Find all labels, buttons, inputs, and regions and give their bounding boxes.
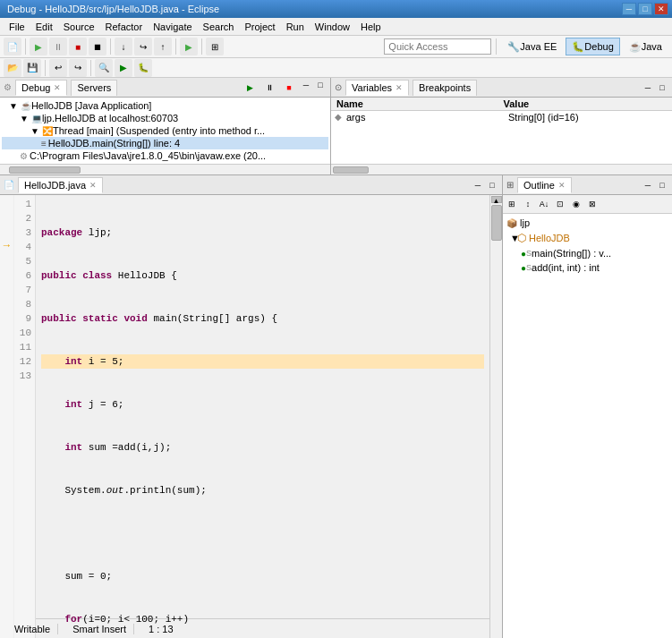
outline-toolbar: ⊞ ↕ A↓ ⊡ ◉ ⊠ <box>503 195 672 214</box>
code-line-3: public static void main(String[] args) { <box>41 311 484 326</box>
undo-button[interactable]: ↩ <box>49 59 67 77</box>
code-line-4: int i = 5; <box>41 354 484 369</box>
open-file-button[interactable]: 📂 <box>4 59 21 77</box>
open-perspective-button[interactable]: ⊞ <box>206 38 224 55</box>
debug-perspective[interactable]: 🐛 Debug <box>566 38 619 55</box>
toolbar-separator-1 <box>25 38 26 55</box>
minimize-debug-btn[interactable]: ─ <box>300 79 312 91</box>
minimize-outline-btn[interactable]: ─ <box>642 179 654 191</box>
java-perspective[interactable]: ☕ Java <box>623 38 668 55</box>
tree-item-jvm: ⚙ C:\Program Files\Java\jre1.8.0_45\bin\… <box>2 149 328 162</box>
menu-project[interactable]: Project <box>239 20 280 34</box>
resume-button[interactable]: ▶ <box>180 38 198 55</box>
close-button[interactable]: ✕ <box>654 3 668 15</box>
process-expand-icon: ▼ <box>20 114 29 123</box>
suspend-button[interactable]: ⏸ <box>49 38 67 55</box>
debug-run-button[interactable]: ▶ <box>30 38 47 55</box>
menu-help[interactable]: Help <box>355 20 387 34</box>
outline-package: 📦 ljp <box>505 216 670 230</box>
editor-tab-close[interactable]: ✕ <box>89 181 97 190</box>
menu-run[interactable]: Run <box>281 20 310 34</box>
redo-button[interactable]: ↪ <box>69 59 87 77</box>
disconnect-button[interactable]: ⏹ <box>89 38 106 55</box>
outline-btn-5[interactable]: ◉ <box>569 197 583 211</box>
terminate-debug-btn[interactable]: ■ <box>280 79 298 97</box>
editor-vscroll-thumb[interactable] <box>491 205 502 241</box>
editor-vscroll[interactable]: ▲ <box>489 195 502 638</box>
outline-tab[interactable]: Outline ✕ <box>517 177 572 193</box>
outline-class[interactable]: ▼ ⬡ HelloJDB <box>505 230 670 246</box>
outline-method-add[interactable]: ● S add(int, int) : int <box>505 260 670 275</box>
menu-search[interactable]: Search <box>198 20 240 34</box>
tree-item-stackframe[interactable]: ≡ HelloJDB.main(String[]) line: 4 <box>2 137 328 149</box>
quick-access-input[interactable] <box>384 38 491 55</box>
app-icon: ☕ <box>21 101 31 111</box>
maximize-debug-btn[interactable]: □ <box>314 79 327 91</box>
gutter-line-8 <box>0 295 13 310</box>
code-area[interactable]: package ljp; public class HelloJDB { pub… <box>36 195 489 638</box>
thread-icon: 🔀 <box>42 126 53 136</box>
debug-view-header: ⚙ Debug ✕ Servers ▶ ⏸ ■ ─ □ <box>0 78 330 98</box>
debug-button[interactable]: 🐛 <box>134 59 152 77</box>
debug-tab-close[interactable]: ✕ <box>54 83 61 92</box>
outline-btn-3[interactable]: A↓ <box>537 197 551 211</box>
menu-file[interactable]: File <box>4 20 30 34</box>
maximize-editor-btn[interactable]: □ <box>486 179 498 191</box>
line-num-1: 1 <box>18 197 31 211</box>
gutter-line-2 <box>0 209 13 224</box>
outline-btn-2[interactable]: ↕ <box>521 197 535 211</box>
maximize-outline-btn[interactable]: □ <box>656 179 668 191</box>
menu-refactor[interactable]: Refactor <box>100 20 149 34</box>
menu-source[interactable]: Source <box>58 20 100 34</box>
toolbar-separator-3 <box>175 38 176 55</box>
variables-column-headers: Name Value <box>331 98 672 111</box>
stackframe-icon: ≡ <box>41 139 47 149</box>
breakpoints-tab[interactable]: Breakpoints <box>413 80 477 96</box>
terminate-button[interactable]: ■ <box>69 38 87 55</box>
minimize-editor-btn[interactable]: ─ <box>472 179 484 191</box>
search-button[interactable]: 🔍 <box>95 59 113 77</box>
outline-btn-6[interactable]: ⊠ <box>585 197 600 211</box>
line-num-13: 13 <box>18 369 31 383</box>
editor-vscroll-up[interactable]: ▲ <box>491 196 502 203</box>
step-over-button[interactable]: ↪ <box>134 38 152 55</box>
debug-hscroll[interactable] <box>0 164 330 174</box>
line-num-3: 3 <box>18 225 31 240</box>
run-button[interactable]: ▶ <box>115 59 132 77</box>
suspend-debug-btn[interactable]: ⏸ <box>260 79 278 97</box>
servers-tab[interactable]: Servers <box>71 80 117 96</box>
toolbar-separator-5 <box>496 38 497 55</box>
java-ee-perspective[interactable]: 🔧 Java EE <box>501 38 563 55</box>
editor-content: → 1 2 3 4 5 <box>0 195 502 638</box>
outline-btn-1[interactable]: ⊞ <box>505 197 519 211</box>
menu-edit[interactable]: Edit <box>30 20 58 34</box>
minimize-button[interactable]: ─ <box>622 3 636 15</box>
status-writable: Writable <box>7 624 58 634</box>
variables-hscroll[interactable] <box>331 164 672 174</box>
menu-navigate[interactable]: Navigate <box>148 20 197 34</box>
process-icon: 💻 <box>31 114 42 123</box>
step-into-button[interactable]: ↓ <box>115 38 132 55</box>
resume-debug-btn[interactable]: ▶ <box>241 79 259 97</box>
expand-icon: ▼ <box>9 101 18 111</box>
gutter-line-11 <box>0 338 13 353</box>
new-button[interactable]: 📄 <box>4 38 21 55</box>
editor-tab[interactable]: HelloJDB.java ✕ <box>18 177 103 193</box>
variables-tab-close[interactable]: ✕ <box>396 83 403 92</box>
title-bar: Debug - HelloJDB/src/ljp/HelloJDB.java -… <box>0 0 672 18</box>
line-num-2: 2 <box>18 211 31 225</box>
step-return-button[interactable]: ↑ <box>154 38 172 55</box>
variables-tab[interactable]: Variables ✕ <box>345 80 409 96</box>
outline-tab-close[interactable]: ✕ <box>558 181 566 190</box>
outline-btn-4[interactable]: ⊡ <box>553 197 567 211</box>
maximize-button[interactable]: □ <box>638 3 652 15</box>
minimize-variables-btn[interactable]: ─ <box>642 81 654 94</box>
save-button[interactable]: 💾 <box>23 59 41 77</box>
variable-row-args[interactable]: ◆ args String[0] (id=16) <box>331 111 672 123</box>
menu-window[interactable]: Window <box>310 20 355 34</box>
variables-hscroll-thumb <box>333 166 369 174</box>
maximize-variables-btn[interactable]: □ <box>656 81 668 94</box>
debug-tree[interactable]: ▼ ☕ HelloJDB [Java Application] ▼ 💻 ljp.… <box>0 98 330 164</box>
debug-tab[interactable]: Debug ✕ <box>15 80 67 96</box>
outline-method-main[interactable]: ● S main(String[]) : v... <box>505 246 670 260</box>
